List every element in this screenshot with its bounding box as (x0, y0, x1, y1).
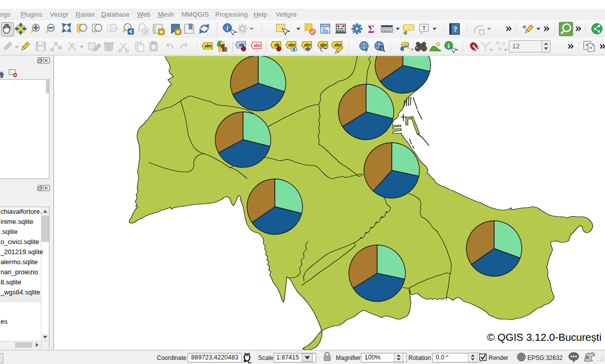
svg-text:abc: abc (205, 43, 212, 48)
svg-text:Σ: Σ (368, 24, 374, 35)
svg-text:abc: abc (254, 43, 261, 48)
svg-text:?: ? (453, 25, 457, 33)
svg-text:© QGIS 3.12.0-București: © QGIS 3.12.0-București (487, 331, 601, 343)
svg-text:12: 12 (512, 42, 519, 50)
svg-text:>: > (411, 47, 413, 52)
svg-text:abc: abc (288, 42, 296, 47)
svg-text:T: T (422, 25, 426, 31)
svg-text:1:1: 1:1 (111, 26, 115, 30)
